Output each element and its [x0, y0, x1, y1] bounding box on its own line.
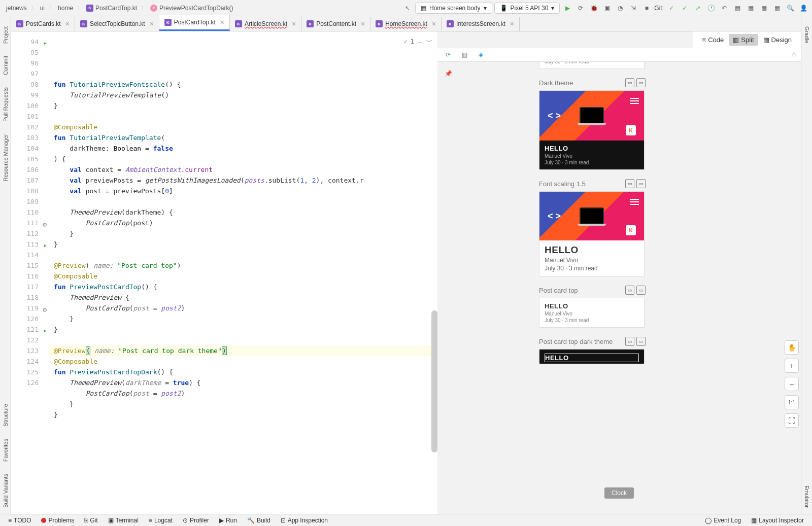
- code-line[interactable]: fun PreviewPostCardTop() {: [48, 282, 437, 292]
- close-icon[interactable]: ×: [65, 20, 70, 28]
- preview-canvas[interactable]: Manuel VivoJuly 30 · 3 min readDark them…: [437, 62, 787, 514]
- code-line[interactable]: val previewPosts = getPostsWithImagesLoa…: [48, 175, 437, 186]
- line-number[interactable]: 100: [11, 100, 48, 111]
- tool-favorites[interactable]: Favorites: [3, 433, 9, 468]
- apply-changes-button[interactable]: ⟳: [575, 3, 586, 14]
- code-line[interactable]: PostCardTop(post = post2): [48, 388, 437, 399]
- profiler-tool[interactable]: ⊙ Profiler: [179, 517, 213, 524]
- line-number[interactable]: 96: [11, 58, 48, 68]
- line-number[interactable]: 122: [11, 335, 48, 345]
- chevron-up-icon[interactable]: ︿: [417, 37, 423, 47]
- line-number[interactable]: 95: [11, 47, 48, 58]
- preview-card[interactable]: Manuel VivoJuly 30 · 3 min read: [539, 62, 645, 69]
- code-line[interactable]: ThemedPreview {: [48, 292, 437, 303]
- code-line[interactable]: fun TutorialPreviewFontscale() {: [48, 79, 437, 90]
- line-number[interactable]: 94▶: [11, 37, 48, 47]
- run-tool[interactable]: ▶ Run: [215, 517, 241, 524]
- line-number[interactable]: 113▶: [11, 239, 48, 250]
- git-tool[interactable]: ⎘ Git: [80, 517, 101, 524]
- app-inspection-tool[interactable]: ⊡ App Inspection: [277, 517, 332, 524]
- build-tool[interactable]: 🔨 Build: [243, 517, 275, 524]
- close-icon[interactable]: ×: [432, 20, 436, 28]
- breadcrumb-function[interactable]: fPreviewPostCardTopDark(): [147, 4, 236, 13]
- line-number[interactable]: 116: [11, 271, 48, 282]
- code-line[interactable]: @Preview( name: "Post card top"): [48, 260, 437, 271]
- tool-emulator[interactable]: Emulator: [804, 479, 810, 514]
- editor-tab[interactable]: KInterestsScreen.kt×: [442, 17, 520, 31]
- profiler-button[interactable]: ◔: [615, 3, 626, 14]
- scrollbar[interactable]: [431, 310, 437, 452]
- interactive-preview-button[interactable]: ◈: [475, 49, 486, 60]
- code-line[interactable]: [48, 196, 437, 207]
- line-number[interactable]: 117: [11, 282, 48, 292]
- line-number[interactable]: 101: [11, 111, 48, 122]
- tool-pull-requests[interactable]: Pull Requests: [3, 81, 9, 128]
- logcat-tool[interactable]: ≡ Logcat: [145, 517, 177, 524]
- line-number[interactable]: 124: [11, 356, 48, 367]
- line-number[interactable]: 125: [11, 367, 48, 377]
- run-config-dropdown[interactable]: ▦Home screen body▾: [415, 3, 492, 14]
- rollback-button[interactable]: ↶: [719, 3, 730, 14]
- code-line[interactable]: }: [48, 228, 437, 239]
- tool-gradle[interactable]: Gradle: [804, 20, 810, 49]
- line-number[interactable]: 119⚙: [11, 303, 48, 313]
- code-line[interactable]: }: [48, 313, 437, 324]
- line-number[interactable]: 105: [11, 154, 48, 164]
- line-number[interactable]: 120: [11, 313, 48, 324]
- tool-structure[interactable]: Structure: [3, 398, 9, 433]
- animation-preview-button[interactable]: ▭: [636, 286, 646, 295]
- breadcrumb-item[interactable]: home: [55, 4, 76, 13]
- code-editor[interactable]: 94▶9596979899100101102103104105106107108…: [11, 31, 437, 514]
- breadcrumb-file[interactable]: KPostCardTop.kt: [83, 4, 140, 13]
- sync-button[interactable]: ▦: [758, 3, 769, 14]
- run-gutter-icon[interactable]: ▶: [40, 240, 47, 248]
- line-number[interactable]: 98: [11, 79, 48, 90]
- code-line[interactable]: [48, 111, 437, 122]
- code-line[interactable]: PostCardTop(post): [48, 218, 437, 228]
- zoom-in-button[interactable]: +: [785, 359, 799, 373]
- line-number[interactable]: 97: [11, 68, 48, 79]
- close-icon[interactable]: ×: [292, 20, 296, 28]
- zoom-out-button[interactable]: −: [785, 377, 799, 391]
- history-button[interactable]: 🕐: [705, 3, 717, 14]
- close-icon[interactable]: ×: [361, 20, 365, 28]
- gear-icon[interactable]: ⚙: [40, 304, 47, 311]
- device-dropdown[interactable]: 📱Pixel 5 API 30▾: [494, 3, 560, 14]
- coverage-button[interactable]: ▣: [601, 3, 613, 14]
- line-number[interactable]: 121▶: [11, 324, 48, 335]
- code-area[interactable]: ✓ 1 ︿ ﹀ fun TutorialPreviewFontscale() {…: [48, 31, 437, 514]
- tool-build-variants[interactable]: Build Variants: [3, 468, 9, 514]
- code-line[interactable]: darkTheme: Boolean = false: [48, 143, 437, 154]
- inspection-widget[interactable]: ✓ 1 ︿ ﹀: [404, 37, 432, 47]
- tool-commit[interactable]: Commit: [3, 50, 9, 81]
- code-line[interactable]: @Composable: [48, 356, 437, 367]
- stop-button[interactable]: ■: [641, 3, 652, 14]
- breadcrumb-item[interactable]: jetnews: [3, 4, 30, 13]
- editor-tab[interactable]: KPostContent.kt×: [301, 17, 370, 31]
- editor-tab[interactable]: KArticleScreen.kt×: [230, 17, 301, 31]
- refresh-preview-button[interactable]: ⟳: [443, 49, 454, 60]
- avd-manager-button[interactable]: ▦: [732, 3, 743, 14]
- deploy-preview-button[interactable]: ▭: [625, 78, 634, 87]
- code-line[interactable]: @Composable: [48, 122, 437, 132]
- code-line[interactable]: PostCardTop(post = post2): [48, 303, 437, 313]
- code-line[interactable]: }: [48, 239, 437, 250]
- line-number[interactable]: 115: [11, 260, 48, 271]
- line-number[interactable]: 102: [11, 122, 48, 132]
- code-line[interactable]: [48, 335, 437, 345]
- event-log-tool[interactable]: ◯ Event Log: [701, 517, 745, 524]
- editor-tab[interactable]: KPostCards.kt×: [11, 17, 75, 31]
- split-view-button[interactable]: ▥ Split: [729, 34, 758, 46]
- run-gutter-icon[interactable]: ▶: [40, 38, 47, 45]
- line-number[interactable]: 106: [11, 164, 48, 175]
- back-button[interactable]: ↖: [402, 3, 413, 14]
- close-icon[interactable]: ×: [510, 20, 514, 28]
- close-icon[interactable]: ×: [220, 18, 224, 26]
- line-number[interactable]: 111⚙: [11, 218, 48, 228]
- vcs-push-button[interactable]: ↗: [692, 3, 703, 14]
- todo-tool[interactable]: ≡ TODO: [4, 517, 35, 524]
- avatar[interactable]: 👤: [798, 3, 809, 14]
- code-line[interactable]: ThemedPreview(darkTheme) {: [48, 207, 437, 218]
- terminal-tool[interactable]: ▣ Terminal: [104, 517, 143, 524]
- line-number[interactable]: 110: [11, 207, 48, 218]
